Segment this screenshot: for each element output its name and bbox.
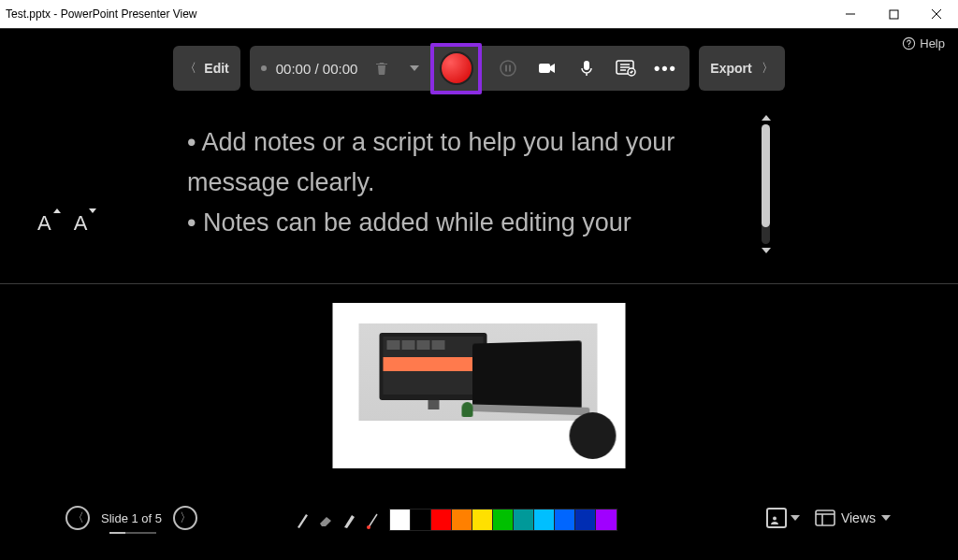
swatch-yellow[interactable] (472, 510, 493, 530)
close-button[interactable] (915, 0, 958, 28)
record-indicator-dot (261, 65, 267, 71)
delete-options-chevron[interactable] (410, 65, 419, 71)
pen-tool[interactable] (292, 508, 312, 532)
chevron-right-icon: 〉 (762, 60, 774, 77)
window-title: Test.pptx - PowerPoint Presenter View (6, 7, 829, 21)
views-icon (815, 510, 835, 526)
camera-icon[interactable] (532, 53, 562, 83)
cameo-icon (766, 508, 787, 528)
edit-label: Edit (204, 61, 228, 76)
laser-tool[interactable] (362, 508, 382, 532)
svg-rect-10 (584, 61, 589, 70)
swatch-cyan[interactable] (534, 510, 555, 530)
svg-rect-9 (539, 64, 550, 73)
edit-button[interactable]: 〈 Edit (173, 46, 240, 91)
swatch-teal[interactable] (514, 510, 534, 530)
app-surface: Help 〈 Edit 00:00 / 00:00 (0, 28, 958, 560)
scroll-thumb[interactable] (762, 124, 770, 227)
svg-rect-7 (505, 65, 507, 72)
cameo-circle[interactable] (570, 412, 617, 459)
color-palette (389, 509, 617, 531)
pane-divider[interactable] (0, 283, 958, 284)
record-button[interactable] (440, 51, 473, 85)
swatch-white[interactable] (390, 510, 411, 530)
increase-font-button[interactable]: A (37, 211, 51, 236)
annotation-tools (290, 508, 617, 532)
svg-point-6 (501, 61, 515, 76)
cameo-view-button[interactable] (766, 508, 800, 528)
microphone-icon[interactable] (572, 53, 602, 83)
timecode: 00:00 / 00:00 (276, 61, 358, 77)
maximize-button[interactable] (872, 0, 915, 28)
minimize-button[interactable] (829, 0, 872, 28)
notes-scrollbar[interactable] (759, 111, 773, 257)
chevron-left-icon: 〈 (184, 60, 196, 77)
highlighter-tool[interactable] (339, 508, 358, 532)
recording-bar: 00:00 / 00:00 ••• (250, 46, 690, 91)
slide-nav: 〈 Slide 1 of 5 〉 (65, 506, 197, 530)
views-menu-chevron (881, 515, 891, 521)
views-label: Views (841, 510, 876, 525)
scroll-down-arrow[interactable] (759, 244, 773, 257)
next-slide-button[interactable]: 〉 (173, 506, 197, 530)
record-button-highlight (430, 43, 482, 94)
bottom-bar: 〈 Slide 1 of 5 〉 (0, 502, 958, 539)
swatch-navy[interactable] (575, 510, 596, 530)
eraser-tool[interactable] (315, 508, 335, 532)
svg-rect-1 (890, 10, 898, 19)
notes-pane: • Add notes or a script to help you land… (0, 104, 958, 281)
slide-position: Slide 1 of 5 (101, 511, 162, 525)
export-label: Export (710, 61, 751, 76)
more-options-icon[interactable]: ••• (650, 53, 680, 83)
titlebar: Test.pptx - PowerPoint Presenter View (0, 0, 958, 28)
scroll-up-arrow[interactable] (759, 111, 773, 124)
notes-line-2: • Notes can be added while editing your (187, 203, 771, 243)
swatch-black[interactable] (411, 510, 431, 530)
decrease-font-button[interactable]: A (74, 211, 88, 236)
views-button[interactable]: Views (815, 510, 891, 526)
font-size-controls: A A (37, 211, 87, 236)
swatch-blue[interactable] (555, 510, 575, 530)
svg-point-17 (773, 517, 777, 521)
export-button[interactable]: Export 〉 (699, 46, 784, 91)
svg-rect-18 (816, 510, 835, 525)
delete-icon[interactable] (367, 53, 397, 83)
pause-button[interactable] (493, 53, 523, 83)
cameo-menu-chevron (791, 515, 800, 521)
toolbar: 〈 Edit 00:00 / 00:00 (0, 46, 958, 91)
view-controls: Views (766, 508, 891, 528)
slide-preview[interactable] (333, 303, 626, 468)
swatch-purple[interactable] (596, 510, 617, 530)
swatch-orange[interactable] (452, 510, 472, 530)
slide-progress-divider (109, 532, 156, 534)
swatch-green[interactable] (493, 510, 514, 530)
prev-slide-button[interactable]: 〈 (65, 506, 90, 530)
svg-rect-8 (509, 65, 511, 72)
teleprompter-icon[interactable] (611, 53, 641, 83)
notes-line-1: • Add notes or a script to help you land… (187, 122, 771, 203)
slide-content-image (359, 323, 598, 421)
swatch-red[interactable] (431, 510, 452, 530)
svg-point-16 (367, 525, 370, 529)
